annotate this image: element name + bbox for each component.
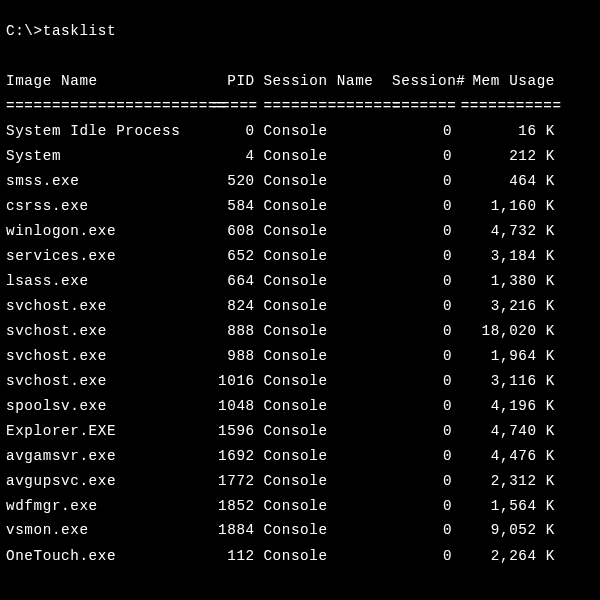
cell-session-name: Console	[263, 468, 392, 493]
cell-session-name: Console	[263, 268, 392, 293]
table-row: avgupsvc.exe1772 Console0 2,312 K	[6, 472, 555, 488]
cell-image-name: avgupsvc.exe	[6, 468, 212, 493]
cell-pid: 1884	[212, 518, 255, 543]
cell-pid: 0	[212, 118, 255, 143]
cell-pid: 1048	[212, 393, 255, 418]
cell-session-name: Console	[263, 193, 392, 218]
cell-session-num: 0	[392, 443, 452, 468]
cell-session-name: Console	[263, 218, 392, 243]
cell-session-num: 0	[392, 318, 452, 343]
cell-mem-usage: 1,564 K	[461, 493, 555, 518]
cell-pid: 112	[212, 543, 255, 568]
cell-image-name: svchost.exe	[6, 318, 212, 343]
cell-mem-usage: 2,312 K	[461, 468, 555, 493]
header-pid: PID	[212, 68, 255, 93]
cell-image-name: System	[6, 143, 212, 168]
cell-session-name: Console	[263, 418, 392, 443]
cell-pid: 4	[212, 143, 255, 168]
separator-mem-usage: ===========	[461, 93, 555, 118]
separator-session-name: ===============	[263, 93, 392, 118]
cell-session-num: 0	[392, 418, 452, 443]
table-row: svchost.exe988 Console0 1,964 K	[6, 347, 555, 363]
table-row: services.exe652 Console0 3,184 K	[6, 247, 555, 263]
table-row: OneTouch.exe112 Console0 2,264 K	[6, 547, 555, 563]
cell-session-num: 0	[392, 118, 452, 143]
cell-session-name: Console	[263, 443, 392, 468]
cell-image-name: services.exe	[6, 243, 212, 268]
cell-session-name: Console	[263, 343, 392, 368]
table-row: csrss.exe584 Console0 1,160 K	[6, 197, 555, 213]
cell-mem-usage: 464 K	[461, 168, 555, 193]
cell-session-num: 0	[392, 293, 452, 318]
cell-session-name: Console	[263, 493, 392, 518]
cell-session-num: 0	[392, 393, 452, 418]
header-row: Image NamePID Session NameSession# Mem U…	[6, 72, 555, 88]
cell-session-name: Console	[263, 543, 392, 568]
cell-mem-usage: 4,196 K	[461, 393, 555, 418]
cell-image-name: vsmon.exe	[6, 518, 212, 543]
prompt-line: C:\>tasklist	[6, 22, 116, 38]
table-row: vsmon.exe1884 Console0 9,052 K	[6, 522, 555, 538]
header-image-name: Image Name	[6, 68, 212, 93]
cell-mem-usage: 16 K	[461, 118, 555, 143]
table-row: System Idle Process0 Console0 16 K	[6, 122, 555, 138]
cell-image-name: Explorer.EXE	[6, 418, 212, 443]
cell-session-name: Console	[263, 393, 392, 418]
cell-session-num: 0	[392, 468, 452, 493]
header-mem-usage: Mem Usage	[461, 68, 555, 93]
table-row: wdfmgr.exe1852 Console0 1,564 K	[6, 497, 555, 513]
separator-row: ============================= ==========…	[6, 97, 555, 113]
cell-mem-usage: 4,740 K	[461, 418, 555, 443]
separator-session-num: =======	[392, 93, 452, 118]
cell-session-name: Console	[263, 368, 392, 393]
cell-image-name: System Idle Process	[6, 118, 212, 143]
cell-session-num: 0	[392, 518, 452, 543]
table-row: System4 Console0 212 K	[6, 147, 555, 163]
cell-pid: 608	[212, 218, 255, 243]
table-row: svchost.exe888 Console0 18,020 K	[6, 322, 555, 338]
cell-mem-usage: 1,160 K	[461, 193, 555, 218]
cell-image-name: wdfmgr.exe	[6, 493, 212, 518]
table-row: winlogon.exe608 Console0 4,732 K	[6, 222, 555, 238]
cell-session-num: 0	[392, 143, 452, 168]
cell-mem-usage: 3,116 K	[461, 368, 555, 393]
cell-session-name: Console	[263, 518, 392, 543]
header-session-num: Session#	[392, 68, 452, 93]
cell-image-name: lsass.exe	[6, 268, 212, 293]
cell-session-name: Console	[263, 143, 392, 168]
cell-session-num: 0	[392, 543, 452, 568]
cell-session-num: 0	[392, 268, 452, 293]
cell-pid: 824	[212, 293, 255, 318]
cell-session-name: Console	[263, 118, 392, 143]
cell-mem-usage: 4,732 K	[461, 218, 555, 243]
cell-pid: 1596	[212, 418, 255, 443]
cell-pid: 1772	[212, 468, 255, 493]
separator-image-name: ========================	[6, 93, 212, 118]
table-row: spoolsv.exe1048 Console0 4,196 K	[6, 397, 555, 413]
table-row: Explorer.EXE1596 Console0 4,740 K	[6, 422, 555, 438]
cell-session-num: 0	[392, 343, 452, 368]
cell-pid: 1852	[212, 493, 255, 518]
cell-image-name: csrss.exe	[6, 193, 212, 218]
cell-pid: 664	[212, 268, 255, 293]
cell-image-name: svchost.exe	[6, 293, 212, 318]
cell-mem-usage: 3,184 K	[461, 243, 555, 268]
cell-pid: 1016	[212, 368, 255, 393]
cell-image-name: smss.exe	[6, 168, 212, 193]
cell-pid: 520	[212, 168, 255, 193]
cell-image-name: svchost.exe	[6, 368, 212, 393]
cell-image-name: spoolsv.exe	[6, 393, 212, 418]
cell-pid: 584	[212, 193, 255, 218]
table-row: avgamsvr.exe1692 Console0 4,476 K	[6, 447, 555, 463]
cell-pid: 888	[212, 318, 255, 343]
terminal-output[interactable]: C:\>tasklist Image NamePID Session NameS…	[0, 0, 600, 568]
cell-image-name: avgamsvr.exe	[6, 443, 212, 468]
cell-image-name: svchost.exe	[6, 343, 212, 368]
cell-mem-usage: 1,380 K	[461, 268, 555, 293]
cell-session-num: 0	[392, 243, 452, 268]
cell-mem-usage: 18,020 K	[461, 318, 555, 343]
cell-pid: 988	[212, 343, 255, 368]
cell-session-num: 0	[392, 493, 452, 518]
cell-session-num: 0	[392, 218, 452, 243]
cell-mem-usage: 2,264 K	[461, 543, 555, 568]
